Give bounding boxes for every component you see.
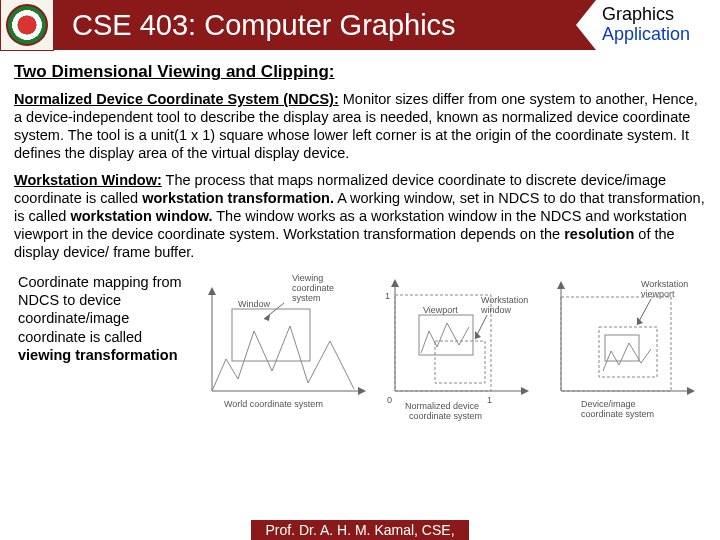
label-world: World coordinate system [224,399,323,409]
paragraph-ndcs: Normalized Device Coordinate System (NDC… [14,90,706,163]
slide-body: Two Dimensional Viewing and Clipping: No… [0,50,720,421]
label-dev-2: coordinate system [581,409,654,419]
ws-b2: workstation window. [70,208,212,224]
svg-marker-3 [208,287,216,295]
label-viewing-1: Viewing [292,273,323,283]
diagram-device: Workstation viewport Device/image [541,271,701,421]
diagram-ndcs: 1 1 0 Viewport Workstation window Normal… [375,271,535,421]
logo-emblem [6,4,48,46]
slide-footer: Prof. Dr. A. H. M. Kamal, CSE, [0,520,720,540]
slide-header: CSE 403: Computer Graphics Graphics Appl… [0,0,720,50]
svg-marker-10 [521,387,529,395]
label-viewing-2: coordinate [292,283,334,293]
diagram-row: Viewing coordinate system Window World [194,269,706,421]
caption-b1: viewing transformation [18,347,178,363]
svg-marker-5 [358,387,366,395]
svg-marker-1 [264,314,270,321]
topic-label: Graphics Application [596,0,720,50]
label-norm: Normalized device [405,401,479,411]
diagram-world: Viewing coordinate system Window World [194,271,369,421]
label-dev-1: Device/image [581,399,636,409]
ws-b3: resolution [564,226,634,242]
label-one-x: 1 [487,395,492,405]
svg-rect-13 [435,341,485,383]
label-wswin-2: window [480,305,512,315]
svg-rect-24 [605,335,639,361]
topic-line2: Application [602,25,720,45]
ndcs-lead: Normalized Device Coordinate System (NDC… [14,91,339,107]
institution-logo [0,0,54,51]
course-title: CSE 403: Computer Graphics [54,0,596,50]
label-viewport: Viewport [423,305,458,315]
label-zero: 0 [387,395,392,405]
diagram-caption: Coordinate mapping from NDCS to device c… [14,269,194,364]
paragraph-workstation: Workstation Window: The process that map… [14,171,706,262]
ws-lead: Workstation Window: [14,172,162,188]
svg-marker-17 [557,281,565,289]
label-one-y: 1 [385,291,390,301]
svg-marker-8 [391,279,399,287]
section-heading: Two Dimensional Viewing and Clipping: [14,62,706,82]
lower-row: Coordinate mapping from NDCS to device c… [14,269,706,421]
label-wswin-1: Workstation [481,295,528,305]
label-window: Window [238,299,271,309]
svg-marker-19 [687,387,695,395]
topic-line1: Graphics [602,5,720,25]
label-viewing-3: system [292,293,321,303]
footer-author: Prof. Dr. A. H. M. Kamal, CSE, [251,520,468,540]
label-wsvp-1: Workstation [641,279,688,289]
caption-t1: Coordinate mapping from NDCS to device c… [18,274,182,344]
ws-b1: workstation transformation. [142,190,334,206]
label-norm-2: coordinate system [409,411,482,421]
svg-marker-23 [637,317,643,325]
